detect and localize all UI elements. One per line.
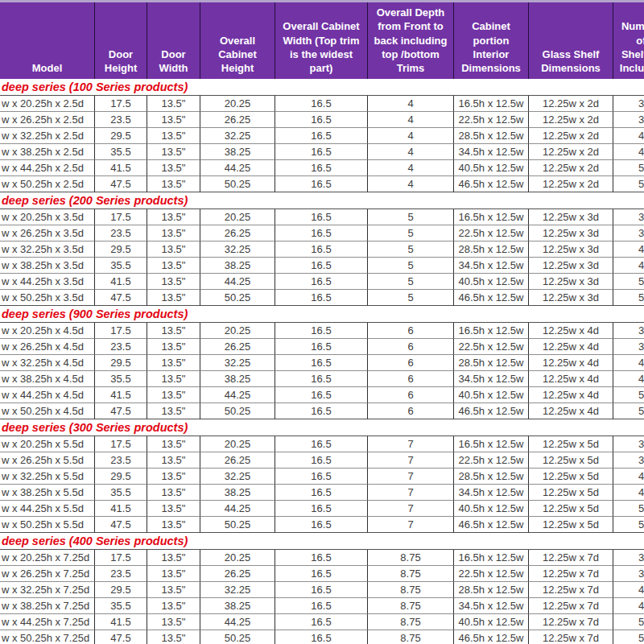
cell-model[interactable]: w x 38.25h x 4.5d: [0, 371, 95, 387]
cell-door-height[interactable]: 47.5: [95, 517, 147, 533]
cell-model[interactable]: w x 26.25h x 5.5d: [0, 452, 95, 469]
cell-cabinet-width[interactable]: 16.5: [275, 452, 368, 469]
cell-cabinet-width[interactable]: 16.5: [275, 258, 368, 274]
cell-depth[interactable]: 5: [368, 225, 454, 242]
cell-glass-shelf[interactable]: 12.25w x 3d: [529, 258, 613, 274]
cell-depth[interactable]: 5: [368, 242, 454, 258]
cell-glass-shelf[interactable]: 12.25w x 2d: [529, 176, 613, 192]
cell-interior[interactable]: 34.5h x 12.5w: [454, 598, 529, 614]
cell-depth[interactable]: 6: [368, 403, 454, 419]
cell-interior[interactable]: 16.5h x 12.5w: [454, 209, 529, 225]
cell-door-height[interactable]: 23.5: [95, 339, 147, 355]
cell-cabinet-height[interactable]: 50.25: [200, 403, 275, 419]
cell-depth[interactable]: 8.75: [368, 550, 454, 566]
cell-glass-shelf[interactable]: 12.25w x 4d: [529, 387, 613, 403]
column-header-glass-shelf[interactable]: Glass Shelf Dimensions: [529, 2, 613, 79]
cell-depth[interactable]: 4: [368, 112, 454, 128]
cell-glass-shelf[interactable]: 12.25w x 4d: [529, 339, 613, 355]
cell-model[interactable]: w x 26.25h x 7.25d: [0, 566, 95, 582]
cell-door-width[interactable]: 13.5": [147, 355, 200, 371]
cell-num-shelves[interactable]: 5: [613, 501, 644, 517]
cell-cabinet-height[interactable]: 32.25: [200, 469, 275, 485]
cell-interior[interactable]: 22.5h x 12.5w: [454, 452, 529, 469]
cell-interior[interactable]: 40.5h x 12.5w: [454, 274, 529, 290]
column-header-interior[interactable]: Cabinet portion Interior Dimensions: [454, 2, 529, 79]
cell-door-height[interactable]: 17.5: [95, 96, 147, 112]
cell-depth[interactable]: 6: [368, 387, 454, 403]
cell-num-shelves[interactable]: 5: [613, 290, 644, 306]
cell-glass-shelf[interactable]: 12.25w x 2d: [529, 160, 613, 176]
cell-depth[interactable]: 5: [368, 258, 454, 274]
cell-cabinet-width[interactable]: 16.5: [275, 582, 368, 598]
cell-door-width[interactable]: 13.5": [147, 630, 200, 644]
cell-door-height[interactable]: 47.5: [95, 290, 147, 306]
cell-depth[interactable]: 7: [368, 436, 454, 452]
cell-cabinet-width[interactable]: 16.5: [275, 436, 368, 452]
cell-door-width[interactable]: 13.5": [147, 323, 200, 339]
cell-model[interactable]: w x 26.25h x 2.5d: [0, 112, 95, 128]
cell-door-height[interactable]: 23.5: [95, 225, 147, 242]
cell-door-height[interactable]: 29.5: [95, 128, 147, 144]
cell-cabinet-width[interactable]: 16.5: [275, 339, 368, 355]
cell-interior[interactable]: 34.5h x 12.5w: [454, 371, 529, 387]
cell-model[interactable]: w x 38.25h x 7.25d: [0, 598, 95, 614]
cell-num-shelves[interactable]: 4: [613, 355, 644, 371]
cell-depth[interactable]: 7: [368, 501, 454, 517]
cell-glass-shelf[interactable]: 12.25w x 5d: [529, 469, 613, 485]
cell-cabinet-width[interactable]: 16.5: [275, 242, 368, 258]
cell-num-shelves[interactable]: 4: [613, 242, 644, 258]
cell-model[interactable]: w x 20.25h x 2.5d: [0, 96, 95, 112]
cell-glass-shelf[interactable]: 12.25w x 5d: [529, 452, 613, 469]
cell-num-shelves[interactable]: 3: [613, 339, 644, 355]
cell-cabinet-width[interactable]: 16.5: [275, 403, 368, 419]
cell-depth[interactable]: 6: [368, 355, 454, 371]
cell-cabinet-height[interactable]: 26.25: [200, 339, 275, 355]
cell-glass-shelf[interactable]: 12.25w x 5d: [529, 517, 613, 533]
cell-door-height[interactable]: 29.5: [95, 355, 147, 371]
cell-door-width[interactable]: 13.5": [147, 598, 200, 614]
cell-cabinet-height[interactable]: 50.25: [200, 290, 275, 306]
column-header-depth[interactable]: Overall Depth from Front to back includi…: [368, 2, 454, 79]
cell-num-shelves[interactable]: 4: [613, 371, 644, 387]
cell-model[interactable]: w x 32.25h x 3.5d: [0, 242, 95, 258]
cell-depth[interactable]: 4: [368, 176, 454, 192]
cell-num-shelves[interactable]: 3: [613, 550, 644, 566]
cell-cabinet-width[interactable]: 16.5: [275, 469, 368, 485]
cell-cabinet-height[interactable]: 20.25: [200, 550, 275, 566]
cell-model[interactable]: w x 38.25h x 5.5d: [0, 485, 95, 501]
cell-door-height[interactable]: 35.5: [95, 258, 147, 274]
cell-door-height[interactable]: 23.5: [95, 566, 147, 582]
cell-door-width[interactable]: 13.5": [147, 128, 200, 144]
cell-glass-shelf[interactable]: 12.25w x 7d: [529, 630, 613, 644]
cell-model[interactable]: w x 26.25h x 4.5d: [0, 339, 95, 355]
cell-door-width[interactable]: 13.5": [147, 274, 200, 290]
cell-glass-shelf[interactable]: 12.25w x 4d: [529, 355, 613, 371]
cell-model[interactable]: w x 50.25h x 4.5d: [0, 403, 95, 419]
cell-cabinet-height[interactable]: 38.25: [200, 485, 275, 501]
cell-num-shelves[interactable]: 5: [613, 387, 644, 403]
cell-door-height[interactable]: 41.5: [95, 614, 147, 630]
cell-num-shelves[interactable]: 5: [613, 176, 644, 192]
cell-model[interactable]: w x 50.25h x 7.25d: [0, 630, 95, 644]
cell-door-width[interactable]: 13.5": [147, 436, 200, 452]
cell-cabinet-width[interactable]: 16.5: [275, 323, 368, 339]
cell-cabinet-height[interactable]: 38.25: [200, 144, 275, 160]
cell-model[interactable]: w x 50.25h x 5.5d: [0, 517, 95, 533]
cell-glass-shelf[interactable]: 12.25w x 4d: [529, 403, 613, 419]
cell-glass-shelf[interactable]: 12.25w x 4d: [529, 371, 613, 387]
cell-cabinet-height[interactable]: 50.25: [200, 630, 275, 644]
cell-cabinet-height[interactable]: 26.25: [200, 566, 275, 582]
cell-depth[interactable]: 6: [368, 323, 454, 339]
cell-cabinet-width[interactable]: 16.5: [275, 371, 368, 387]
cell-door-width[interactable]: 13.5": [147, 403, 200, 419]
cell-door-height[interactable]: 47.5: [95, 403, 147, 419]
cell-door-width[interactable]: 13.5": [147, 112, 200, 128]
cell-depth[interactable]: 7: [368, 485, 454, 501]
cell-interior[interactable]: 16.5h x 12.5w: [454, 550, 529, 566]
cell-glass-shelf[interactable]: 12.25w x 3d: [529, 274, 613, 290]
cell-interior[interactable]: 46.5h x 12.5w: [454, 403, 529, 419]
cell-door-width[interactable]: 13.5": [147, 339, 200, 355]
cell-cabinet-width[interactable]: 16.5: [275, 176, 368, 192]
cell-door-height[interactable]: 23.5: [95, 112, 147, 128]
cell-interior[interactable]: 34.5h x 12.5w: [454, 258, 529, 274]
